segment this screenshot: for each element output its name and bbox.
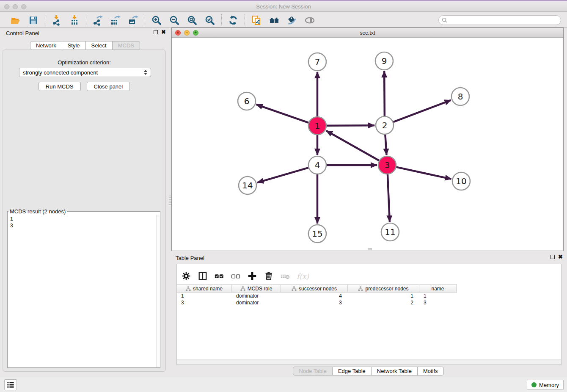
graph-edge-3-1[interactable] xyxy=(326,131,379,160)
table-cell[interactable]: dominator xyxy=(232,299,281,306)
graph-edge-3-11[interactable] xyxy=(388,174,390,222)
table-row[interactable]: 1dominator411 xyxy=(177,293,561,299)
tab-node-table[interactable]: Node Table xyxy=(293,367,333,375)
graph-node-14[interactable]: 14 xyxy=(239,177,256,194)
mcds-panel: Optimization criterion: strongly connect… xyxy=(3,50,166,372)
select-all-icon[interactable] xyxy=(214,271,225,282)
table-panel-header: Table Panel ✖ xyxy=(171,253,565,264)
graph-node-8[interactable]: 8 xyxy=(451,88,469,105)
export-table-icon[interactable] xyxy=(110,15,121,26)
graph-node-15[interactable]: 15 xyxy=(308,225,326,243)
split-panel-icon[interactable] xyxy=(198,271,209,282)
result-scrollbar[interactable] xyxy=(156,215,160,367)
refresh-layout-icon[interactable] xyxy=(228,15,239,26)
show-graphics-details-icon[interactable] xyxy=(304,15,315,26)
close-table-panel-icon[interactable]: ✖ xyxy=(558,255,563,259)
table-cell[interactable]: 1 xyxy=(348,293,419,299)
float-panel-icon[interactable] xyxy=(154,30,158,34)
svg-text:15: 15 xyxy=(312,229,322,239)
tab-network-table[interactable]: Network Table xyxy=(372,367,418,375)
view-resize-handle[interactable] xyxy=(368,248,372,250)
tab-motifs[interactable]: Motifs xyxy=(418,367,444,375)
table-row[interactable]: 3dominator323 xyxy=(177,299,561,306)
open-session-icon[interactable] xyxy=(10,15,21,26)
tab-edge-table[interactable]: Edge Table xyxy=(333,367,372,375)
toolbar-icon-groups xyxy=(4,14,321,26)
first-neighbors-icon[interactable] xyxy=(269,15,280,26)
graph-node-7[interactable]: 7 xyxy=(308,53,326,71)
zoom-out-icon[interactable] xyxy=(169,15,180,26)
table-cell[interactable]: 1 xyxy=(177,293,232,299)
column-header-successor-nodes[interactable]: successor nodes xyxy=(281,285,348,292)
graph-node-1[interactable]: 1 xyxy=(308,117,326,135)
close-panel-icon[interactable]: ✖ xyxy=(161,30,166,34)
svg-text:11: 11 xyxy=(385,227,395,237)
tab-style[interactable]: Style xyxy=(62,41,86,50)
graph-node-6[interactable]: 6 xyxy=(238,92,256,110)
gear-icon[interactable] xyxy=(181,271,192,282)
mcds-result-line: 1 xyxy=(10,215,153,222)
copy-current-style-icon[interactable] xyxy=(251,15,262,26)
tree-icon xyxy=(358,286,363,291)
memory-status-icon xyxy=(531,382,537,387)
hide-labels-icon[interactable] xyxy=(286,15,297,26)
run-mcds-button[interactable]: Run MCDS xyxy=(39,82,81,91)
tab-mcds[interactable]: MCDS xyxy=(113,41,140,50)
export-image-icon[interactable] xyxy=(128,15,139,26)
graph-edge-2-9[interactable] xyxy=(384,71,385,116)
select-spinner-icon xyxy=(144,70,147,75)
svg-text:9: 9 xyxy=(382,56,387,66)
column-header-name[interactable]: name xyxy=(419,285,457,292)
svg-text:6: 6 xyxy=(244,96,250,106)
add-row-icon[interactable] xyxy=(247,271,258,282)
graph-edge-2-8[interactable] xyxy=(394,100,451,122)
zoom-in-icon[interactable] xyxy=(151,15,162,26)
table-cell[interactable]: dominator xyxy=(232,293,281,299)
graph-node-4[interactable]: 4 xyxy=(308,156,326,174)
graph-edge-3-10[interactable] xyxy=(396,167,451,179)
svg-text:3: 3 xyxy=(385,160,390,170)
tree-icon xyxy=(186,286,191,291)
column-header-shared-name[interactable]: shared name xyxy=(177,285,232,292)
table-header-row: shared nameMCDS rolesuccessor nodesprede… xyxy=(177,284,457,293)
app-titlebar: Session: New Session xyxy=(0,0,567,12)
table-cell[interactable]: 2 xyxy=(348,299,419,306)
search-input[interactable] xyxy=(438,15,561,25)
float-table-panel-icon[interactable] xyxy=(550,255,555,259)
table-cell[interactable]: 4 xyxy=(281,293,348,299)
table-cell[interactable]: 3 xyxy=(419,299,457,306)
table-cell[interactable]: 3 xyxy=(177,299,232,306)
save-session-icon[interactable] xyxy=(28,15,39,26)
task-history-button[interactable] xyxy=(4,379,17,390)
graph-node-11[interactable]: 11 xyxy=(381,223,399,241)
tab-select[interactable]: Select xyxy=(86,41,113,50)
graph-edge-1-6[interactable] xyxy=(256,105,309,123)
graph-node-10[interactable]: 10 xyxy=(452,172,470,190)
table-cell[interactable]: 3 xyxy=(281,299,348,306)
table-hscrollbar[interactable] xyxy=(177,359,561,364)
graph-node-9[interactable]: 9 xyxy=(375,52,393,70)
criterion-select[interactable]: strongly connected component xyxy=(19,68,151,77)
graph-node-3[interactable]: 3 xyxy=(378,156,396,174)
delete-row-icon[interactable] xyxy=(264,271,275,282)
table-cell[interactable]: 1 xyxy=(419,293,457,299)
memory-button[interactable]: Memory xyxy=(527,380,564,390)
zoom-selected-icon[interactable] xyxy=(204,15,215,26)
column-header-predecessor-nodes[interactable]: predecessor nodes xyxy=(348,285,419,292)
export-network-icon[interactable] xyxy=(92,15,103,26)
tab-network[interactable]: Network xyxy=(30,41,62,50)
control-panel-title: Control Panel xyxy=(6,30,39,36)
graph-node-2[interactable]: 2 xyxy=(376,116,394,134)
graph-edge-1-2[interactable] xyxy=(327,125,374,126)
network-graph[interactable]: 7968124314101511 xyxy=(172,38,563,251)
network-canvas[interactable]: 7968124314101511 xyxy=(172,38,563,251)
graph-edge-4-14[interactable] xyxy=(257,168,308,182)
column-header-MCDS-role[interactable]: MCDS role xyxy=(232,285,281,292)
import-table-icon[interactable] xyxy=(69,15,80,26)
control-panel: Control Panel ✖ NetworkStyleSelectMCDS O… xyxy=(2,28,168,372)
unselect-all-icon[interactable] xyxy=(231,271,242,282)
zoom-fit-icon[interactable] xyxy=(187,15,198,26)
graph-edge-2-3[interactable] xyxy=(385,135,386,155)
import-network-icon[interactable] xyxy=(51,15,62,26)
close-panel-button[interactable]: Close panel xyxy=(87,82,130,91)
